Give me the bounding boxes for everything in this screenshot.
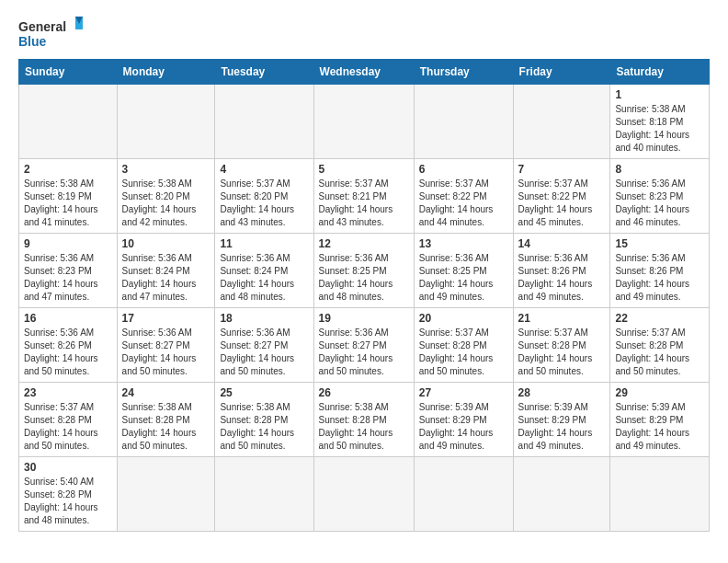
day-number: 13: [419, 237, 508, 250]
day-cell: 20Sunrise: 5:37 AM Sunset: 8:28 PM Dayli…: [414, 308, 513, 383]
day-number: 16: [24, 312, 112, 325]
day-info: Sunrise: 5:38 AM Sunset: 8:18 PM Dayligh…: [615, 103, 704, 155]
day-cell: [19, 85, 118, 159]
day-info: Sunrise: 5:37 AM Sunset: 8:28 PM Dayligh…: [518, 327, 606, 378]
day-cell: 15Sunrise: 5:36 AM Sunset: 8:26 PM Dayli…: [610, 234, 710, 308]
day-cell: 25Sunrise: 5:38 AM Sunset: 8:28 PM Dayli…: [215, 383, 313, 457]
day-info: Sunrise: 5:38 AM Sunset: 8:20 PM Dayligh…: [122, 178, 210, 229]
day-info: Sunrise: 5:36 AM Sunset: 8:24 PM Dayligh…: [122, 252, 210, 304]
day-number: 27: [419, 386, 508, 399]
day-cell: 18Sunrise: 5:36 AM Sunset: 8:27 PM Dayli…: [215, 308, 313, 383]
day-cell: [117, 85, 215, 159]
day-cell: 28Sunrise: 5:39 AM Sunset: 8:29 PM Dayli…: [513, 383, 610, 457]
svg-text:Blue: Blue: [18, 34, 47, 49]
day-info: Sunrise: 5:37 AM Sunset: 8:28 PM Dayligh…: [419, 327, 508, 378]
day-cell: [610, 457, 710, 532]
day-cell: [313, 85, 414, 159]
day-number: 12: [319, 237, 409, 250]
day-cell: 30Sunrise: 5:40 AM Sunset: 8:28 PM Dayli…: [19, 457, 118, 532]
day-cell: 26Sunrise: 5:38 AM Sunset: 8:28 PM Dayli…: [313, 383, 414, 457]
day-cell: 29Sunrise: 5:39 AM Sunset: 8:29 PM Dayli…: [610, 383, 710, 457]
day-number: 1: [615, 88, 704, 101]
day-cell: 1Sunrise: 5:38 AM Sunset: 8:18 PM Daylig…: [610, 85, 710, 159]
column-header-thursday: Thursday: [414, 60, 513, 85]
column-header-tuesday: Tuesday: [215, 60, 313, 85]
day-number: 8: [615, 163, 704, 176]
column-header-sunday: Sunday: [19, 60, 118, 85]
day-number: 23: [24, 386, 112, 399]
week-row-5: 23Sunrise: 5:37 AM Sunset: 8:28 PM Dayli…: [19, 383, 710, 457]
day-cell: [414, 457, 513, 532]
day-cell: [313, 457, 414, 532]
day-number: 6: [419, 163, 508, 176]
day-cell: 10Sunrise: 5:36 AM Sunset: 8:24 PM Dayli…: [117, 234, 215, 308]
day-cell: 6Sunrise: 5:37 AM Sunset: 8:22 PM Daylig…: [414, 159, 513, 234]
day-cell: [513, 85, 610, 159]
day-info: Sunrise: 5:37 AM Sunset: 8:21 PM Dayligh…: [319, 178, 409, 229]
day-cell: 3Sunrise: 5:38 AM Sunset: 8:20 PM Daylig…: [117, 159, 215, 234]
week-row-2: 2Sunrise: 5:38 AM Sunset: 8:19 PM Daylig…: [19, 159, 710, 234]
day-number: 29: [615, 386, 704, 399]
day-cell: [117, 457, 215, 532]
day-info: Sunrise: 5:36 AM Sunset: 8:27 PM Dayligh…: [319, 327, 409, 378]
day-number: 30: [24, 461, 112, 474]
day-cell: 14Sunrise: 5:36 AM Sunset: 8:26 PM Dayli…: [513, 234, 610, 308]
day-cell: [414, 85, 513, 159]
day-cell: 5Sunrise: 5:37 AM Sunset: 8:21 PM Daylig…: [313, 159, 414, 234]
week-row-4: 16Sunrise: 5:36 AM Sunset: 8:26 PM Dayli…: [19, 308, 710, 383]
day-cell: 23Sunrise: 5:37 AM Sunset: 8:28 PM Dayli…: [19, 383, 118, 457]
day-cell: 24Sunrise: 5:38 AM Sunset: 8:28 PM Dayli…: [117, 383, 215, 457]
day-info: Sunrise: 5:36 AM Sunset: 8:27 PM Dayligh…: [220, 327, 308, 378]
day-info: Sunrise: 5:37 AM Sunset: 8:22 PM Dayligh…: [518, 178, 606, 229]
day-number: 17: [122, 312, 210, 325]
day-cell: 11Sunrise: 5:36 AM Sunset: 8:24 PM Dayli…: [215, 234, 313, 308]
week-row-6: 30Sunrise: 5:40 AM Sunset: 8:28 PM Dayli…: [19, 457, 710, 532]
logo-svg: General Blue: [18, 15, 83, 52]
day-info: Sunrise: 5:36 AM Sunset: 8:26 PM Dayligh…: [518, 252, 606, 304]
day-cell: 9Sunrise: 5:36 AM Sunset: 8:23 PM Daylig…: [19, 234, 118, 308]
day-info: Sunrise: 5:39 AM Sunset: 8:29 PM Dayligh…: [419, 401, 508, 453]
day-info: Sunrise: 5:36 AM Sunset: 8:26 PM Dayligh…: [24, 327, 112, 378]
day-info: Sunrise: 5:36 AM Sunset: 8:25 PM Dayligh…: [319, 252, 409, 304]
day-info: Sunrise: 5:38 AM Sunset: 8:28 PM Dayligh…: [319, 401, 409, 453]
day-cell: 12Sunrise: 5:36 AM Sunset: 8:25 PM Dayli…: [313, 234, 414, 308]
column-header-wednesday: Wednesday: [313, 60, 414, 85]
calendar-table: SundayMondayTuesdayWednesdayThursdayFrid…: [18, 59, 710, 532]
day-number: 14: [518, 237, 606, 250]
day-info: Sunrise: 5:36 AM Sunset: 8:27 PM Dayligh…: [122, 327, 210, 378]
day-number: 21: [518, 312, 606, 325]
day-info: Sunrise: 5:37 AM Sunset: 8:20 PM Dayligh…: [220, 178, 308, 229]
day-number: 2: [24, 163, 112, 176]
week-row-1: 1Sunrise: 5:38 AM Sunset: 8:18 PM Daylig…: [19, 85, 710, 159]
day-info: Sunrise: 5:36 AM Sunset: 8:23 PM Dayligh…: [24, 252, 112, 304]
day-cell: 17Sunrise: 5:36 AM Sunset: 8:27 PM Dayli…: [117, 308, 215, 383]
header-row: SundayMondayTuesdayWednesdayThursdayFrid…: [19, 60, 710, 85]
day-info: Sunrise: 5:38 AM Sunset: 8:28 PM Dayligh…: [220, 401, 308, 453]
day-number: 18: [220, 312, 308, 325]
day-info: Sunrise: 5:36 AM Sunset: 8:24 PM Dayligh…: [220, 252, 308, 304]
day-cell: [215, 457, 313, 532]
day-cell: [215, 85, 313, 159]
page-header: General Blue: [18, 15, 710, 52]
column-header-saturday: Saturday: [610, 60, 710, 85]
day-cell: 19Sunrise: 5:36 AM Sunset: 8:27 PM Dayli…: [313, 308, 414, 383]
day-number: 20: [419, 312, 508, 325]
day-info: Sunrise: 5:39 AM Sunset: 8:29 PM Dayligh…: [518, 401, 606, 453]
week-row-3: 9Sunrise: 5:36 AM Sunset: 8:23 PM Daylig…: [19, 234, 710, 308]
day-cell: 8Sunrise: 5:36 AM Sunset: 8:23 PM Daylig…: [610, 159, 710, 234]
day-info: Sunrise: 5:40 AM Sunset: 8:28 PM Dayligh…: [24, 476, 112, 527]
day-info: Sunrise: 5:36 AM Sunset: 8:25 PM Dayligh…: [419, 252, 508, 304]
day-number: 28: [518, 386, 606, 399]
logo: General Blue: [18, 15, 83, 52]
day-info: Sunrise: 5:38 AM Sunset: 8:28 PM Dayligh…: [122, 401, 210, 453]
day-cell: 22Sunrise: 5:37 AM Sunset: 8:28 PM Dayli…: [610, 308, 710, 383]
day-number: 24: [122, 386, 210, 399]
day-number: 22: [615, 312, 704, 325]
day-info: Sunrise: 5:37 AM Sunset: 8:22 PM Dayligh…: [419, 178, 508, 229]
svg-text:General: General: [18, 19, 66, 34]
day-info: Sunrise: 5:37 AM Sunset: 8:28 PM Dayligh…: [615, 327, 704, 378]
day-info: Sunrise: 5:37 AM Sunset: 8:28 PM Dayligh…: [24, 401, 112, 453]
day-info: Sunrise: 5:36 AM Sunset: 8:23 PM Dayligh…: [615, 178, 704, 229]
day-number: 25: [220, 386, 308, 399]
column-header-monday: Monday: [117, 60, 215, 85]
